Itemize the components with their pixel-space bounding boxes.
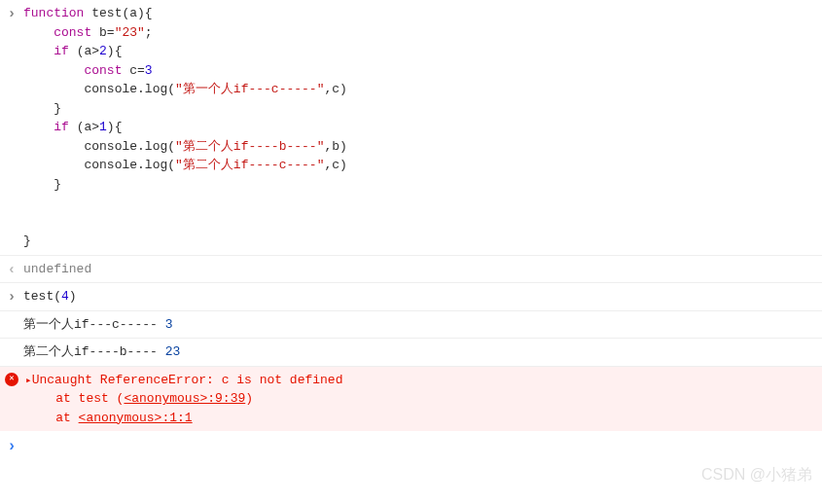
code-text: } [23,101,61,116]
code-line[interactable]: test(4) [23,283,822,310]
keyword: const [54,25,91,40]
code-text: console.log( [84,139,175,154]
log-output: 第二个人if----b---- 23 [23,339,822,366]
undefined-result: undefined [23,256,822,283]
code-text: ){ [107,44,123,58]
error-icon [5,373,18,386]
log-text: 第一个人if---c----- [23,317,165,332]
console-input-row: function test(a){ const b="23"; if (a>2)… [0,0,822,256]
code-text: ,c) [324,158,346,172]
error-gutter [0,371,23,428]
string-literal: "第二个人if----c----" [175,158,324,172]
code-block[interactable]: function test(a){ const b="23"; if (a>2)… [23,0,822,255]
console-log-row: 第二个人if----b---- 23 [0,339,822,367]
number-literal: 1 [99,120,107,134]
indent [23,82,84,96]
stack-text: ) [245,391,253,406]
console-output-row: undefined [0,256,822,284]
number-literal: 3 [145,63,153,78]
keyword: if [54,44,69,58]
log-gutter [0,339,23,366]
code-text: b= [91,25,114,40]
code-text: (a> [69,120,99,134]
code-text: console.log( [84,158,175,172]
code-text: ,c) [324,82,346,96]
indent [23,139,84,154]
input-marker-icon [0,0,23,255]
function-name: test [84,6,122,20]
code-text: ) [69,289,77,304]
stack-link[interactable]: <anonymous>:1:1 [79,411,193,425]
string-literal: "第一个人if---c-----" [175,82,324,96]
keyword: const [84,63,122,78]
code-text: } [23,177,61,192]
stack-link[interactable]: <anonymous>:9:39 [124,391,245,406]
prompt-marker-icon [0,435,23,458]
number-literal: 2 [99,44,107,58]
watermark: CSDN @小猪弟 [701,463,812,486]
code-text: (a> [69,44,99,58]
string-literal: "第二个人if----b----" [175,139,324,154]
log-text: 第二个人if----b---- [23,344,165,359]
indent [23,44,54,58]
code-text: ){ [107,120,123,134]
console-input-row: test(4) [0,283,822,311]
code-text: ; [145,25,153,40]
indent [23,158,84,172]
code-text: c= [122,63,144,78]
keyword: if [54,120,69,134]
code-text: } [23,234,31,248]
console-input[interactable] [23,435,822,458]
error-message: Uncaught ReferenceError: c is not define… [32,373,343,387]
console-log-row: 第一个人if---c----- 3 [0,311,822,340]
keyword: function [23,6,84,20]
log-output: 第一个人if---c----- 3 [23,311,822,339]
code-text: ,b) [324,139,346,154]
code-text: (a){ [122,6,152,20]
indent [23,63,84,78]
code-text: console.log( [84,82,175,96]
output-marker-icon [0,256,23,283]
log-value: 3 [165,317,173,332]
log-gutter [0,311,23,339]
stack-line: at [25,411,79,425]
indent [23,120,54,134]
console-error-row: Uncaught ReferenceError: c is not define… [0,367,822,432]
console-prompt-row[interactable] [0,431,822,458]
expand-error-icon[interactable] [25,373,32,387]
stack-line: at test ( [25,391,124,406]
indent [23,25,54,40]
code-text: test( [23,289,61,304]
input-marker-icon [0,283,23,310]
string-literal: "23" [115,25,145,40]
log-value: 23 [165,344,181,359]
error-content: Uncaught ReferenceError: c is not define… [23,371,822,428]
number-literal: 4 [61,289,69,304]
